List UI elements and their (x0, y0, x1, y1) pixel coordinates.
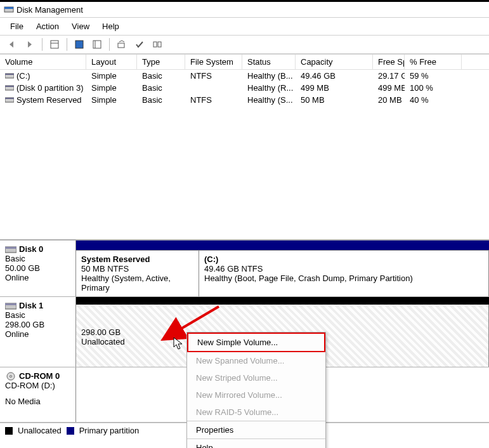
disk-icon (5, 245, 16, 254)
vol-layout: Simple (86, 82, 137, 94)
vol-status: Healthy (S... (242, 94, 296, 106)
col-volume[interactable]: Volume (0, 55, 86, 69)
col-free[interactable]: Free Sp... (373, 55, 405, 69)
col-capacity[interactable]: Capacity (296, 55, 373, 69)
col-filesystem[interactable]: File System (185, 55, 242, 69)
vol-layout: Simple (86, 70, 137, 82)
menu-help[interactable]: Help (96, 19, 126, 34)
part-status: Healthy (System, Active, Primary (81, 273, 193, 293)
legend-swatch-unallocated (5, 427, 13, 435)
legend-swatch-primary (67, 427, 74, 435)
disk0-partitions: System Reserved 50 MB NTFS Healthy (Syst… (76, 240, 489, 296)
menu-new-raid5-volume: New RAID-5 Volume... (187, 404, 325, 421)
legend-primary: Primary partition (79, 426, 140, 435)
disk1-state: Online (5, 329, 70, 339)
col-status[interactable]: Status (242, 55, 296, 69)
vol-pct: 40 % (405, 94, 462, 106)
menu-action[interactable]: Action (30, 19, 65, 34)
svg-rect-5 (93, 41, 101, 48)
svg-rect-9 (158, 42, 161, 47)
toolbar-btn-1[interactable] (46, 37, 63, 52)
toolbar-btn-2[interactable] (71, 37, 88, 52)
partition-c[interactable]: (C:) 49.46 GB NTFS Healthy (Boot, Page F… (199, 251, 489, 296)
disk0-name: Disk 0 (19, 244, 43, 254)
col-type[interactable]: Type (137, 55, 185, 69)
cdrom-letter: CD-ROM (D:) (5, 381, 70, 390)
vol-fs: NTFS (185, 94, 242, 106)
back-button[interactable] (4, 37, 20, 52)
col-percent[interactable]: % Free (405, 55, 462, 69)
disk0-info[interactable]: Disk 0 Basic 50.00 GB Online (0, 240, 76, 296)
forward-button[interactable] (22, 37, 38, 52)
toolbar-btn-5[interactable] (131, 37, 148, 52)
disk0-type: Basic (5, 254, 70, 263)
vol-name: System Reserved (16, 95, 82, 105)
part-title: System Reserved (81, 254, 193, 264)
vol-type: Basic (137, 70, 185, 82)
volumes-table: Volume Layout Type File System Status Ca… (0, 54, 489, 239)
toolbar (0, 36, 489, 54)
cdrom-info[interactable]: CD-ROM 0 CD-ROM (D:) No Media (0, 367, 76, 422)
volumes-header-row: Volume Layout Type File System Status Ca… (0, 55, 489, 70)
vol-free: 20 MB (373, 94, 405, 106)
vol-status: Healthy (R... (242, 82, 296, 94)
unallocated-stripe (76, 297, 489, 305)
vol-status: Healthy (B... (242, 70, 296, 82)
menu-properties[interactable]: Properties (187, 421, 325, 438)
svg-rect-2 (51, 41, 58, 48)
vol-cap: 50 MB (296, 94, 373, 106)
disk1-size: 298.00 GB (5, 320, 70, 329)
part-size: 50 MB NTFS (81, 264, 193, 273)
part-title: (C:) (204, 254, 483, 264)
toolbar-separator (42, 38, 42, 51)
volume-icon (5, 72, 14, 79)
volume-icon (5, 84, 14, 91)
volume-row[interactable]: (C:) Simple Basic NTFS Healthy (B... 49.… (0, 70, 489, 82)
vol-type: Basic (137, 82, 185, 94)
app-icon (4, 4, 14, 15)
vol-name: (C:) (16, 71, 30, 81)
vol-fs: NTFS (185, 70, 242, 82)
menu-view[interactable]: View (65, 19, 96, 34)
vol-free: 499 MB (373, 82, 405, 94)
toolbar-btn-3[interactable] (89, 37, 105, 52)
title-bar: Disk Management (0, 2, 489, 18)
toolbar-btn-6[interactable] (149, 37, 166, 52)
vol-cap: 499 MB (296, 82, 373, 94)
vol-cap: 49.46 GB (296, 70, 373, 82)
disk1-type: Basic (5, 310, 70, 320)
toolbar-separator (67, 38, 67, 51)
vol-fs (185, 82, 242, 94)
menu-new-striped-volume: New Striped Volume... (187, 369, 325, 386)
volume-row[interactable]: (Disk 0 partition 3) Simple Basic Health… (0, 82, 489, 94)
col-layout[interactable]: Layout (86, 55, 137, 69)
primary-partition-stripe (76, 240, 489, 251)
vol-free: 29.17 GB (373, 70, 405, 82)
toolbar-btn-4[interactable] (114, 37, 130, 52)
menu-new-spanned-volume: New Spanned Volume... (187, 352, 325, 369)
svg-rect-15 (5, 98, 14, 99)
part-size: 49.46 GB NTFS (204, 264, 483, 273)
vol-name: (Disk 0 partition 3) (16, 83, 83, 93)
disk1-name: Disk 1 (19, 301, 43, 310)
menu-bar: File Action View Help (0, 18, 489, 36)
svg-rect-13 (5, 86, 14, 87)
svg-point-21 (10, 375, 12, 377)
partition-system-reserved[interactable]: System Reserved 50 MB NTFS Healthy (Syst… (76, 251, 199, 296)
disk0-state: Online (5, 273, 70, 282)
menu-new-simple-volume[interactable]: New Simple Volume... (187, 333, 325, 352)
vol-type: Basic (137, 94, 185, 106)
vol-layout: Simple (86, 94, 137, 106)
disk1-info[interactable]: Disk 1 Basic 298.00 GB Online (0, 297, 76, 367)
cdrom-media: No Media (5, 397, 70, 406)
vol-pct: 100 % (405, 82, 462, 94)
svg-rect-17 (5, 247, 16, 249)
svg-rect-11 (5, 74, 14, 75)
cdrom-name: CD-ROM 0 (19, 371, 60, 381)
menu-file[interactable]: File (4, 19, 30, 34)
svg-rect-8 (153, 42, 157, 47)
volume-row[interactable]: System Reserved Simple Basic NTFS Health… (0, 94, 489, 106)
part-status: Healthy (Boot, Page File, Crash Dump, Pr… (204, 273, 483, 283)
menu-help[interactable]: Help (187, 439, 325, 448)
vol-pct: 59 % (405, 70, 462, 82)
